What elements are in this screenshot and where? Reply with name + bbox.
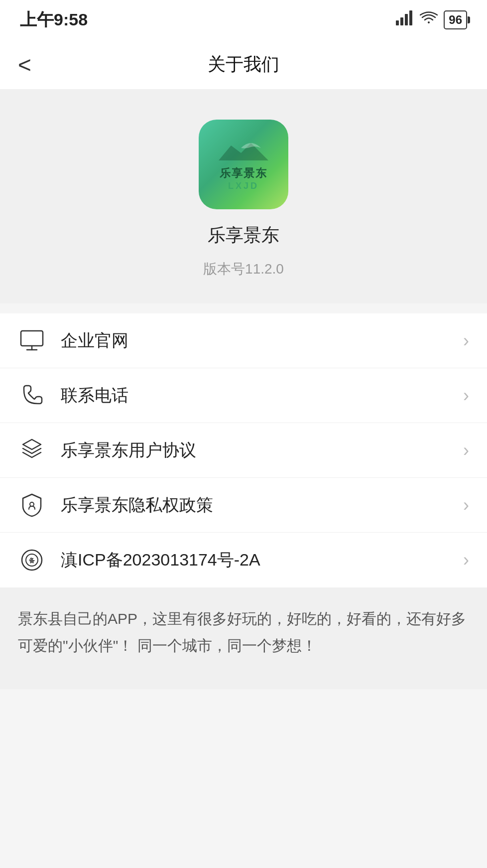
battery-icon: 96 [444, 10, 467, 29]
chevron-right-icon: › [463, 550, 469, 571]
menu-label-icp: 滇ICP备2023013174号-2A [61, 549, 463, 572]
app-icon-text-en: LXJD [228, 181, 259, 191]
svg-rect-0 [396, 20, 399, 25]
menu-item-phone[interactable]: 联系电话 › [0, 368, 487, 423]
menu-label-agreement: 乐享景东用户协议 [61, 439, 463, 462]
menu-item-privacy[interactable]: 乐享景东隐私权政策 › [0, 478, 487, 533]
description-text: 景东县自己的APP，这里有很多好玩的，好吃的，好看的，还有好多可爱的"小伙伴"！… [18, 605, 469, 659]
svg-text:备: 备 [28, 557, 35, 564]
status-time: 上午9:58 [20, 8, 88, 31]
chevron-right-icon: › [463, 385, 469, 406]
wifi-icon [420, 10, 438, 30]
menu-item-agreement[interactable]: 乐享景东用户协议 › [0, 423, 487, 478]
svg-rect-4 [21, 331, 43, 346]
menu-label-website: 企业官网 [61, 329, 463, 352]
signal-icon [396, 9, 414, 31]
layers-icon [18, 436, 46, 464]
svg-rect-3 [409, 10, 412, 25]
menu-label-phone: 联系电话 [61, 384, 463, 407]
svg-rect-2 [405, 14, 408, 25]
menu-item-website[interactable]: 企业官网 › [0, 313, 487, 368]
menu-item-icp[interactable]: 备 滇ICP备2023013174号-2A › [0, 533, 487, 587]
svg-rect-1 [400, 17, 403, 25]
nav-bar: < 关于我们 [0, 40, 487, 90]
app-info-section: 乐享景东 LXJD 乐享景东 版本号11.2.0 [0, 90, 487, 303]
back-button[interactable]: < [18, 49, 37, 80]
description-section: 景东县自己的APP，这里有很多好玩的，好吃的，好看的，还有好多可爱的"小伙伴"！… [0, 587, 487, 689]
record-icon: 备 [18, 546, 46, 574]
status-bar: 上午9:58 96 [0, 0, 487, 40]
monitor-icon [18, 327, 46, 355]
chevron-right-icon: › [463, 440, 469, 461]
phone-icon [18, 382, 46, 410]
svg-point-7 [30, 502, 34, 506]
app-version: 版本号11.2.0 [203, 260, 284, 279]
shield-icon [18, 491, 46, 519]
chevron-right-icon: › [463, 495, 469, 516]
app-icon: 乐享景东 LXJD [199, 120, 288, 209]
status-icons: 96 [396, 9, 467, 31]
menu-section: 企业官网 › 联系电话 › 乐享景东用户协议 › [0, 313, 487, 587]
chevron-right-icon: › [463, 330, 469, 351]
app-icon-text-cn: 乐享景东 [220, 166, 267, 181]
mountain-icon [216, 138, 271, 163]
app-name: 乐享景东 [208, 223, 279, 248]
menu-label-privacy: 乐享景东隐私权政策 [61, 494, 463, 517]
page-title: 关于我们 [208, 52, 279, 77]
